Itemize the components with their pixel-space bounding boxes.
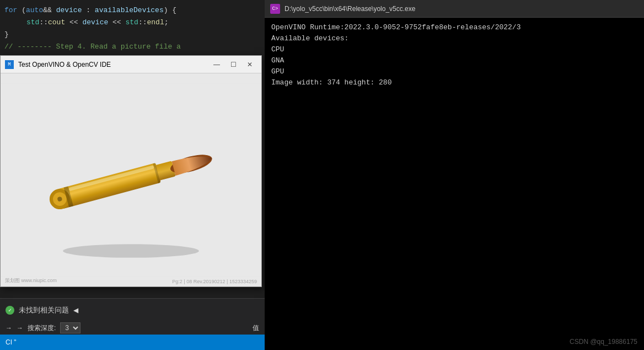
code-line-1: for ( auto && device : availableDevices … [0, 4, 265, 17]
terminal-line-1: OpenVINO Runtime:2022.3.0-9052-9752fafe8… [271, 22, 637, 33]
status-content: ✓ 未找到相关问题 ◀ [0, 299, 265, 321]
code-line-2: std :: cout << device << std :: endl ; [0, 17, 265, 29]
check-icon: ✓ [6, 306, 14, 315]
terminal-line-gna: GNA [271, 55, 637, 66]
terminal-body: OpenVINO Runtime:2022.3.0-9052-9752fafe8… [265, 18, 644, 350]
code-line-3: } [0, 29, 265, 41]
nav-back-button[interactable]: → [6, 324, 12, 332]
prev-issue-button[interactable]: ◀ [73, 306, 78, 314]
terminal-title: D:\yolo_v5cc\bin\x64\Release\yolo_v5cc.e… [285, 5, 415, 13]
csdn-watermark: CSDN @qq_19886175 [570, 338, 637, 346]
terminal-line-2: Available devices: [271, 33, 637, 44]
window-title: Test OpenVINO & OpenCV IDE [18, 61, 205, 68]
window-app-icon: M [5, 60, 14, 69]
terminal-icon: C> [270, 4, 280, 14]
no-issue-label: 未找到相关问题 [19, 305, 69, 315]
terminal-line-img: Image width: 374 height: 280 [271, 77, 637, 88]
kw-for: for [4, 4, 17, 17]
value-label: 值 [253, 324, 259, 333]
image-window: M Test OpenVINO & OpenCV IDE — ☐ ✕ [0, 55, 262, 287]
search-row: → → 搜索深度: 3 1 2 4 5 值 [0, 321, 265, 335]
watermark-left: 策划图 www.niupic.com [5, 277, 57, 284]
nav-forward-button[interactable]: → [17, 324, 23, 332]
terminal-line-gpu: GPU [271, 66, 637, 77]
code-line-4: // -------- Step 4. Read a picture file … [0, 41, 265, 53]
window-titlebar: M Test OpenVINO & OpenCV IDE — ☐ ✕ [1, 56, 261, 73]
search-depth-label: 搜索深度: [28, 324, 56, 333]
restore-button[interactable]: ☐ [226, 59, 240, 70]
ide-status-bar: CI " [0, 335, 265, 350]
bottom-panel: ✓ 未找到相关问题 ◀ → → 搜索深度: 3 1 2 4 5 值 [0, 298, 265, 335]
svg-point-1 [63, 244, 199, 258]
search-depth-select[interactable]: 3 1 2 4 5 [60, 322, 80, 333]
terminal-line-cpu: CPU [271, 44, 637, 55]
close-button[interactable]: ✕ [243, 59, 257, 70]
bullet-svg [1, 73, 261, 287]
window-controls: — ☐ ✕ [210, 59, 257, 70]
terminal-titlebar: C> D:\yolo_v5cc\bin\x64\Release\yolo_v5c… [265, 0, 644, 18]
image-content: 策划图 www.niupic.com Pg:2 | 08 Rev.2019021… [1, 73, 261, 287]
watermark-right: Pg:2 | 08 Rev.20190212 | 1523334259 [172, 279, 257, 284]
status-ci: CI " [6, 338, 17, 346]
terminal-window: C> D:\yolo_v5cc\bin\x64\Release\yolo_v5c… [265, 0, 644, 350]
minimize-button[interactable]: — [210, 59, 224, 70]
